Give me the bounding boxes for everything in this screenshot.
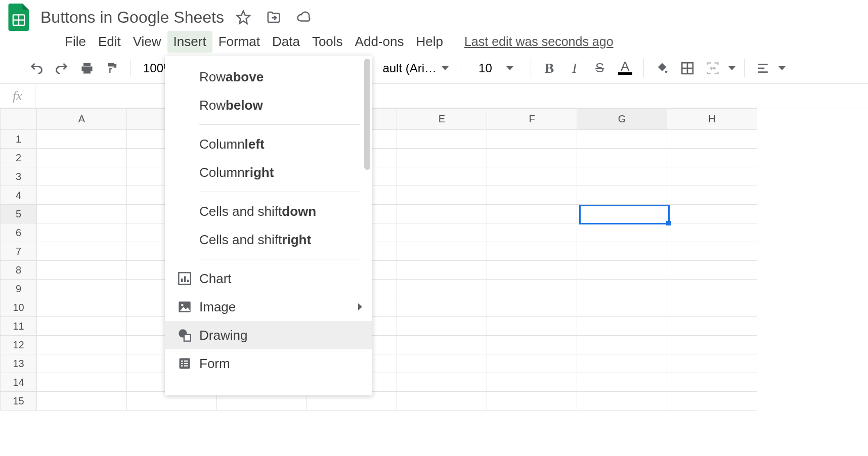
cell[interactable] <box>577 298 667 317</box>
row-header[interactable]: 5 <box>1 205 37 223</box>
column-header[interactable]: F <box>487 109 577 130</box>
row-header[interactable]: 9 <box>1 280 37 298</box>
menu-edit[interactable]: Edit <box>92 31 127 53</box>
row-header[interactable]: 2 <box>1 149 37 167</box>
row-header[interactable]: 4 <box>1 186 37 205</box>
row-header[interactable]: 12 <box>1 336 37 354</box>
cell[interactable] <box>577 242 667 261</box>
cell[interactable] <box>577 149 667 167</box>
cell[interactable] <box>667 261 757 280</box>
cell[interactable] <box>577 186 667 205</box>
cell[interactable] <box>397 280 487 298</box>
cell[interactable] <box>667 167 757 186</box>
menu-item-column-left[interactable]: Column left <box>165 130 372 158</box>
cell[interactable] <box>487 317 577 336</box>
row-header[interactable]: 1 <box>1 130 37 149</box>
row-header[interactable]: 14 <box>1 373 37 392</box>
cell[interactable] <box>37 205 127 223</box>
star-icon[interactable] <box>233 7 253 27</box>
menu-item-drawing[interactable]: Drawing <box>165 321 372 349</box>
cell[interactable] <box>577 336 667 354</box>
row-header[interactable]: 6 <box>1 223 37 242</box>
cell[interactable] <box>37 373 127 392</box>
text-color-button[interactable]: A <box>614 57 636 79</box>
merge-cells-button[interactable] <box>702 57 724 79</box>
cell[interactable] <box>397 167 487 186</box>
cell[interactable] <box>397 242 487 261</box>
cell[interactable] <box>397 392 487 411</box>
horizontal-align-button[interactable] <box>752 57 774 79</box>
row-header[interactable]: 13 <box>1 354 37 373</box>
paint-format-button[interactable] <box>101 57 123 79</box>
cell[interactable] <box>667 317 757 336</box>
cell[interactable] <box>487 242 577 261</box>
menu-item-row-below[interactable]: Row below <box>165 91 372 119</box>
row-header[interactable]: 11 <box>1 317 37 336</box>
menu-addons[interactable]: Add-ons <box>349 31 410 53</box>
cell[interactable] <box>37 149 127 167</box>
cell[interactable] <box>487 280 577 298</box>
cell[interactable] <box>667 130 757 149</box>
cell[interactable] <box>397 186 487 205</box>
cell[interactable] <box>37 242 127 261</box>
column-header[interactable]: A <box>37 109 127 130</box>
cell[interactable] <box>37 317 127 336</box>
cell[interactable] <box>487 149 577 167</box>
print-button[interactable] <box>76 57 98 79</box>
row-header[interactable]: 10 <box>1 298 37 317</box>
select-all-corner[interactable] <box>1 109 37 130</box>
cell[interactable] <box>487 186 577 205</box>
cell[interactable] <box>577 130 667 149</box>
cell[interactable] <box>397 317 487 336</box>
cell[interactable] <box>487 392 577 411</box>
menu-data[interactable]: Data <box>266 31 306 53</box>
cell[interactable] <box>397 130 487 149</box>
menu-item-column-right[interactable]: Column right <box>165 158 372 187</box>
cell[interactable] <box>577 167 667 186</box>
cell[interactable] <box>667 354 757 373</box>
cell[interactable] <box>577 223 667 242</box>
menu-file[interactable]: File <box>59 31 92 53</box>
cell[interactable] <box>667 149 757 167</box>
cell[interactable] <box>397 261 487 280</box>
cell[interactable] <box>487 354 577 373</box>
cell[interactable] <box>577 373 667 392</box>
cell[interactable] <box>397 149 487 167</box>
cell[interactable] <box>667 205 757 223</box>
cell[interactable] <box>37 336 127 354</box>
cell[interactable] <box>397 205 487 223</box>
cell[interactable] <box>487 336 577 354</box>
cell[interactable] <box>37 298 127 317</box>
cell[interactable] <box>667 186 757 205</box>
cell[interactable] <box>397 223 487 242</box>
row-header[interactable]: 3 <box>1 167 37 186</box>
cell[interactable] <box>487 205 577 223</box>
bold-button[interactable]: B <box>538 57 560 79</box>
spreadsheet-grid[interactable]: ABCDEFGH123456789101112131415 <box>0 108 868 452</box>
row-header[interactable]: 15 <box>1 392 37 411</box>
font-size-dropdown[interactable]: 10 <box>468 61 524 75</box>
italic-button[interactable]: I <box>563 57 586 79</box>
cloud-status-icon[interactable] <box>294 7 314 27</box>
cell[interactable] <box>37 167 127 186</box>
menu-item-cells-and-shift-down[interactable]: Cells and shift down <box>165 197 372 225</box>
column-header[interactable]: E <box>397 109 487 130</box>
menu-insert[interactable]: Insert <box>167 31 212 53</box>
move-folder-icon[interactable] <box>264 7 284 27</box>
strikethrough-button[interactable]: S <box>589 57 611 79</box>
cell[interactable] <box>37 186 127 205</box>
cell[interactable] <box>397 298 487 317</box>
cell[interactable] <box>37 223 127 242</box>
menu-help[interactable]: Help <box>410 31 449 53</box>
cell[interactable] <box>667 373 757 392</box>
cell[interactable] <box>577 354 667 373</box>
cell[interactable] <box>577 317 667 336</box>
menu-item-chart[interactable]: Chart <box>165 264 372 293</box>
undo-button[interactable] <box>25 57 48 79</box>
cell[interactable] <box>487 130 577 149</box>
row-header[interactable]: 7 <box>1 242 37 261</box>
cell[interactable] <box>487 298 577 317</box>
fill-color-button[interactable] <box>651 57 673 79</box>
cell[interactable] <box>487 261 577 280</box>
cell[interactable] <box>577 205 667 223</box>
